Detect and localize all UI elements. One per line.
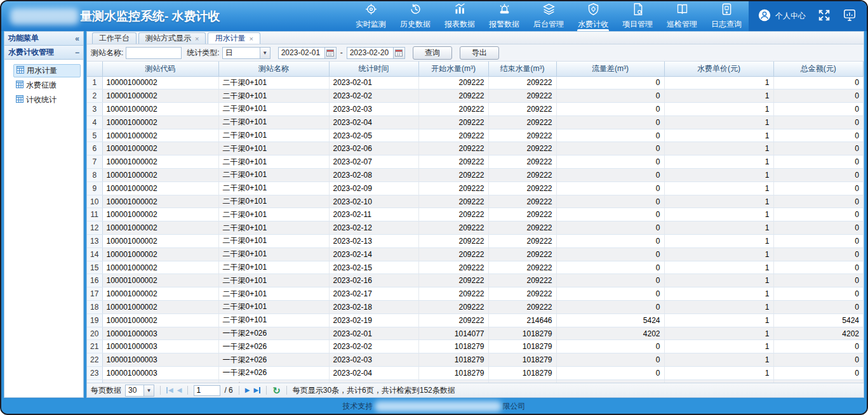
table-cell: 2023-02-05 bbox=[329, 129, 418, 142]
sidebar-section-header[interactable]: 水费计收管理 − bbox=[4, 46, 83, 60]
table-row[interactable]: 5100001000002二干渠0+1012023-02-05209222209… bbox=[87, 129, 864, 142]
table-cell: 二干渠0+101 bbox=[218, 261, 329, 274]
column-header-station-name[interactable]: 测站名称 bbox=[218, 62, 329, 76]
table-cell: 209222 bbox=[418, 208, 488, 221]
refresh-icon[interactable]: ↻ bbox=[272, 386, 281, 395]
table-row[interactable]: 20100001000003一干渠2+0262023-02-0110140771… bbox=[87, 327, 864, 340]
nav-item-logs[interactable]: 日志查询 bbox=[704, 1, 749, 31]
table-row[interactable]: 22100001000003一干渠2+0262023-02-0310182791… bbox=[87, 353, 864, 367]
table-cell: 1018279 bbox=[488, 340, 556, 353]
column-header-end-volume[interactable]: 结束水量(m³) bbox=[488, 62, 556, 76]
app-footer: 技术支持 限公司 bbox=[1, 399, 867, 414]
export-button[interactable]: 导出 bbox=[460, 46, 499, 60]
nav-item-history[interactable]: 历史数据 bbox=[393, 1, 437, 31]
table-row[interactable]: 17100001000002二干渠0+1012023-02-1720922220… bbox=[87, 287, 864, 301]
tab-water-metering[interactable]: 用水计量 × bbox=[208, 32, 260, 44]
table-cell: 0 bbox=[773, 89, 864, 103]
nav-item-realtime[interactable]: 实时监测 bbox=[349, 1, 393, 31]
user-avatar-icon bbox=[758, 8, 771, 24]
table-row[interactable]: 23100001000003一干渠2+0262023-02-0410182791… bbox=[87, 367, 864, 380]
table-row[interactable]: 18100001000002二干渠0+1012023-02-1820922220… bbox=[87, 301, 864, 314]
close-icon[interactable]: × bbox=[195, 35, 199, 43]
nav-item-projects[interactable]: 项目管理 bbox=[615, 1, 660, 31]
table-cell: 0 bbox=[556, 287, 664, 301]
table-cell: 209222 bbox=[488, 181, 556, 195]
nav-item-waterfee[interactable]: 水费计收 bbox=[571, 1, 615, 31]
date-to-field[interactable]: 2023-02-20 bbox=[347, 47, 405, 59]
personal-center-label: 个人中心 bbox=[775, 11, 806, 22]
table-row[interactable]: 4100001000002二干渠0+1012023-02-04209222209… bbox=[87, 115, 864, 129]
sidebar-item-fee-collection[interactable]: 水费征缴 bbox=[13, 79, 81, 92]
nav-item-reports[interactable]: 报表数据 bbox=[437, 1, 482, 31]
calendar-icon[interactable] bbox=[324, 48, 336, 58]
next-page-icon[interactable]: ▶ bbox=[245, 387, 250, 393]
table-cell: 0 bbox=[773, 195, 864, 208]
sidebar-collapse-icon[interactable]: « bbox=[75, 34, 79, 43]
column-header-stat-time[interactable]: 统计时间 bbox=[329, 62, 418, 76]
first-page-icon[interactable]: ◀ bbox=[166, 387, 173, 393]
column-header-station-code[interactable]: 测站代码 bbox=[102, 62, 218, 76]
table-grid-icon bbox=[16, 81, 23, 90]
chevron-down-icon[interactable]: ▼ bbox=[144, 385, 154, 396]
fullscreen-button[interactable] bbox=[817, 8, 831, 25]
stat-type-select[interactable]: 日 ▼ bbox=[222, 47, 270, 59]
tab-bar: 工作平台 测站方式显示 × 用水计量 × bbox=[87, 32, 864, 44]
table-row[interactable]: 8100001000002二干渠0+1012023-02-08209222209… bbox=[87, 169, 864, 182]
sidebar-item-statistics[interactable]: 计收统计 bbox=[13, 93, 81, 107]
table-row[interactable]: 6100001000002二干渠0+1012023-02-06209222209… bbox=[87, 142, 864, 155]
table-row[interactable]: 11100001000002二干渠0+1012023-02-1120922220… bbox=[87, 208, 864, 221]
table-row[interactable]: 1100001000002二干渠0+1012023-02-01209222209… bbox=[87, 76, 864, 89]
table-row[interactable]: 9100001000002二干渠0+1012023-02-09209222209… bbox=[87, 181, 864, 195]
table-row[interactable]: 7100001000002二干渠0+1012023-02-07209222209… bbox=[87, 155, 864, 169]
query-button[interactable]: 查询 bbox=[413, 46, 452, 60]
table-cell: 二干渠0+101 bbox=[218, 169, 329, 182]
table-cell: 0 bbox=[556, 115, 664, 129]
table-cell: 二干渠0+101 bbox=[218, 129, 329, 142]
column-header-unit-price[interactable]: 水费单价(元) bbox=[664, 62, 773, 76]
table-row[interactable]: 10100001000002二干渠0+1012023-02-1020922220… bbox=[87, 195, 864, 208]
nav-label: 报警数据 bbox=[489, 19, 519, 30]
page-size-select[interactable]: 30 ▼ bbox=[125, 385, 154, 397]
table-cell: 209222 bbox=[418, 195, 488, 208]
table-row[interactable]: 13100001000002二干渠0+1012023-02-1320922220… bbox=[87, 235, 864, 248]
table-row[interactable]: 3100001000002二干渠0+1012023-02-03209222209… bbox=[87, 103, 864, 116]
table-row[interactable]: 12100001000002二干渠0+1012023-02-1220922220… bbox=[87, 221, 864, 235]
chevron-down-icon[interactable]: ▼ bbox=[260, 48, 270, 58]
table-row[interactable]: 16100001000002二干渠0+1012023-02-1620922220… bbox=[87, 274, 864, 287]
row-number: 14 bbox=[87, 247, 102, 261]
table-row[interactable]: 21100001000003一干渠2+0262023-02-0210182791… bbox=[87, 340, 864, 353]
nav-item-inspection[interactable]: 巡检管理 bbox=[660, 1, 704, 31]
tab-station-display[interactable]: 测站方式显示 × bbox=[138, 32, 206, 44]
table-cell: 209222 bbox=[418, 313, 488, 327]
tab-work-platform[interactable]: 工作平台 bbox=[92, 32, 137, 44]
section-collapse-icon[interactable]: − bbox=[75, 48, 79, 57]
table-cell: 0 bbox=[773, 169, 864, 182]
personal-center-button[interactable]: 个人中心 bbox=[758, 8, 806, 24]
table-cell: 0 bbox=[773, 287, 864, 301]
station-name-input[interactable] bbox=[126, 47, 182, 59]
divider bbox=[187, 386, 188, 395]
nav-item-admin[interactable]: 后台管理 bbox=[526, 1, 571, 31]
column-header-flow-diff[interactable]: 流量差(m³) bbox=[556, 62, 664, 76]
sidebar-item-water-metering[interactable]: 用水计量 bbox=[13, 64, 81, 77]
prev-page-icon[interactable]: ◀ bbox=[177, 387, 182, 393]
page-number-input[interactable] bbox=[194, 385, 220, 396]
table-row[interactable]: 15100001000002二干渠0+1012023-02-1520922220… bbox=[87, 261, 864, 274]
table-row[interactable]: 14100001000002二干渠0+1012023-02-1420922220… bbox=[87, 247, 864, 261]
date-from-field[interactable]: 2023-02-01 bbox=[278, 47, 337, 59]
close-icon[interactable]: × bbox=[249, 35, 253, 43]
calendar-icon[interactable] bbox=[393, 48, 404, 58]
column-header-start-volume[interactable]: 开始水量(m³) bbox=[418, 62, 488, 76]
table-row[interactable]: 2100001000002二干渠0+1012023-02-02209222209… bbox=[87, 89, 864, 103]
nav-item-alarms[interactable]: 报警数据 bbox=[482, 1, 526, 31]
table-cell: 2023-02-13 bbox=[329, 235, 418, 248]
column-header-total-amount[interactable]: 总金额(元) bbox=[773, 62, 864, 76]
last-page-icon[interactable]: ▶ bbox=[253, 387, 260, 393]
table-row[interactable]: 19100001000002二干渠0+1012023-02-1920922221… bbox=[87, 313, 864, 327]
table-cell: 1 bbox=[664, 181, 773, 195]
dashboard-button[interactable] bbox=[843, 8, 857, 25]
row-number: 1 bbox=[87, 76, 102, 89]
nav-label: 水费计收 bbox=[578, 19, 608, 30]
table-cell: 二干渠0+101 bbox=[218, 76, 329, 89]
table-cell: 二干渠0+101 bbox=[218, 89, 329, 103]
